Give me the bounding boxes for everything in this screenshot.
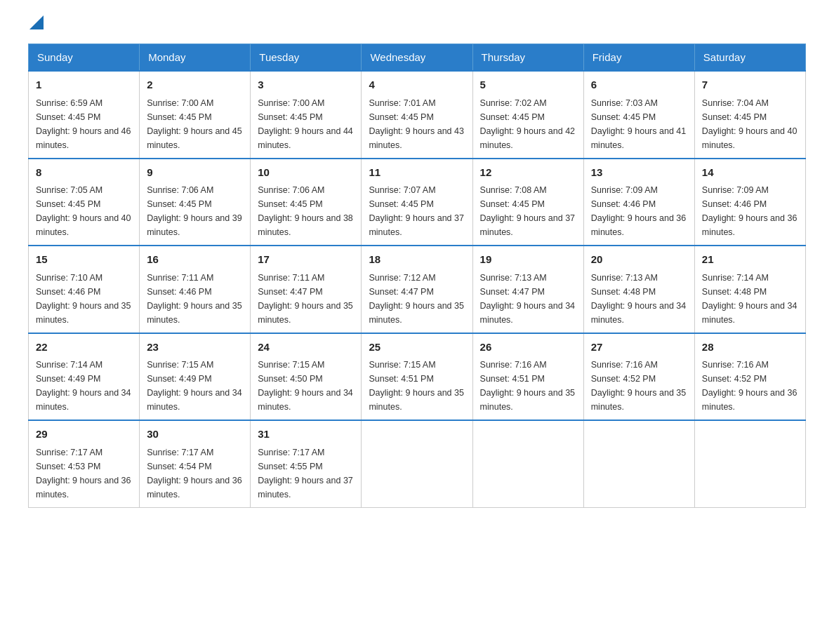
day-info: Sunrise: 7:12 AMSunset: 4:47 PMDaylight:… (369, 273, 464, 325)
calendar-cell: 22 Sunrise: 7:14 AMSunset: 4:49 PMDaylig… (29, 333, 140, 421)
header-wednesday: Wednesday (362, 44, 472, 72)
day-number: 23 (147, 340, 243, 356)
calendar-cell: 6 Sunrise: 7:03 AMSunset: 4:45 PMDayligh… (583, 71, 694, 159)
day-info: Sunrise: 7:13 AMSunset: 4:47 PMDaylight:… (480, 273, 576, 325)
day-number: 1 (36, 77, 132, 93)
day-info: Sunrise: 7:02 AMSunset: 4:45 PMDaylight:… (480, 98, 576, 150)
day-number: 29 (36, 427, 132, 443)
svg-marker-0 (29, 15, 44, 29)
calendar-cell: 20 Sunrise: 7:13 AMSunset: 4:48 PMDaylig… (583, 246, 694, 333)
day-info: Sunrise: 7:08 AMSunset: 4:45 PMDaylight:… (480, 185, 576, 237)
calendar-cell (472, 420, 583, 507)
week-row-2: 8 Sunrise: 7:05 AMSunset: 4:45 PMDayligh… (29, 159, 806, 246)
day-info: Sunrise: 7:00 AMSunset: 4:45 PMDaylight:… (258, 98, 353, 150)
day-number: 4 (369, 77, 465, 93)
day-info: Sunrise: 7:04 AMSunset: 4:45 PMDaylight:… (702, 98, 797, 150)
calendar-cell: 31 Sunrise: 7:17 AMSunset: 4:55 PMDaylig… (251, 420, 362, 507)
calendar-cell: 3 Sunrise: 7:00 AMSunset: 4:45 PMDayligh… (251, 71, 362, 159)
day-info: Sunrise: 7:09 AMSunset: 4:46 PMDaylight:… (591, 185, 687, 237)
calendar-cell: 1 Sunrise: 6:59 AMSunset: 4:45 PMDayligh… (29, 71, 140, 159)
day-number: 25 (369, 340, 465, 356)
calendar-cell: 16 Sunrise: 7:11 AMSunset: 4:46 PMDaylig… (140, 246, 251, 333)
calendar-cell: 9 Sunrise: 7:06 AMSunset: 4:45 PMDayligh… (140, 159, 251, 246)
day-info: Sunrise: 7:03 AMSunset: 4:45 PMDaylight:… (591, 98, 687, 150)
calendar-cell: 30 Sunrise: 7:17 AMSunset: 4:54 PMDaylig… (140, 420, 251, 507)
header-monday: Monday (140, 44, 251, 72)
calendar-cell: 28 Sunrise: 7:16 AMSunset: 4:52 PMDaylig… (694, 333, 805, 421)
calendar-cell: 24 Sunrise: 7:15 AMSunset: 4:50 PMDaylig… (251, 333, 362, 421)
calendar-cell: 23 Sunrise: 7:15 AMSunset: 4:49 PMDaylig… (140, 333, 251, 421)
day-info: Sunrise: 7:15 AMSunset: 4:49 PMDaylight:… (147, 360, 242, 412)
day-number: 13 (591, 165, 687, 181)
day-number: 18 (369, 252, 465, 268)
day-number: 26 (480, 340, 576, 356)
day-number: 10 (258, 165, 354, 181)
weekday-header-row: Sunday Monday Tuesday Wednesday Thursday… (29, 44, 806, 72)
calendar-cell: 27 Sunrise: 7:16 AMSunset: 4:52 PMDaylig… (583, 333, 694, 421)
day-number: 6 (591, 77, 687, 93)
day-info: Sunrise: 7:15 AMSunset: 4:51 PMDaylight:… (369, 360, 464, 412)
logo-triangle-icon (29, 15, 44, 29)
day-number: 3 (258, 77, 354, 93)
day-info: Sunrise: 7:13 AMSunset: 4:48 PMDaylight:… (591, 273, 687, 325)
day-info: Sunrise: 7:11 AMSunset: 4:47 PMDaylight:… (258, 273, 353, 325)
calendar-cell (583, 420, 694, 507)
day-info: Sunrise: 7:05 AMSunset: 4:45 PMDaylight:… (36, 185, 131, 237)
week-row-5: 29 Sunrise: 7:17 AMSunset: 4:53 PMDaylig… (29, 420, 806, 507)
calendar-cell: 13 Sunrise: 7:09 AMSunset: 4:46 PMDaylig… (583, 159, 694, 246)
day-info: Sunrise: 7:14 AMSunset: 4:49 PMDaylight:… (36, 360, 131, 412)
calendar-cell (362, 420, 472, 507)
header-friday: Friday (583, 44, 694, 72)
calendar-cell: 14 Sunrise: 7:09 AMSunset: 4:46 PMDaylig… (694, 159, 805, 246)
header-sunday: Sunday (29, 44, 140, 72)
day-number: 17 (258, 252, 354, 268)
day-number: 2 (147, 77, 243, 93)
calendar-cell: 21 Sunrise: 7:14 AMSunset: 4:48 PMDaylig… (694, 246, 805, 333)
day-number: 31 (258, 427, 354, 443)
logo (28, 21, 44, 29)
day-number: 14 (702, 165, 798, 181)
week-row-4: 22 Sunrise: 7:14 AMSunset: 4:49 PMDaylig… (29, 333, 806, 421)
day-info: Sunrise: 7:01 AMSunset: 4:45 PMDaylight:… (369, 98, 464, 150)
calendar-cell (694, 420, 805, 507)
day-info: Sunrise: 7:06 AMSunset: 4:45 PMDaylight:… (147, 185, 242, 237)
day-info: Sunrise: 7:17 AMSunset: 4:54 PMDaylight:… (147, 448, 242, 499)
calendar-cell: 4 Sunrise: 7:01 AMSunset: 4:45 PMDayligh… (362, 71, 472, 159)
day-number: 30 (147, 427, 243, 443)
calendar-cell: 12 Sunrise: 7:08 AMSunset: 4:45 PMDaylig… (472, 159, 583, 246)
page-header (28, 21, 806, 29)
day-number: 24 (258, 340, 354, 356)
day-info: Sunrise: 7:07 AMSunset: 4:45 PMDaylight:… (369, 185, 464, 237)
day-info: Sunrise: 7:16 AMSunset: 4:51 PMDaylight:… (480, 360, 576, 412)
day-number: 12 (480, 165, 576, 181)
day-number: 28 (702, 340, 798, 356)
calendar-cell: 26 Sunrise: 7:16 AMSunset: 4:51 PMDaylig… (472, 333, 583, 421)
day-number: 7 (702, 77, 798, 93)
day-info: Sunrise: 7:16 AMSunset: 4:52 PMDaylight:… (702, 360, 797, 412)
day-number: 5 (480, 77, 576, 93)
day-info: Sunrise: 7:15 AMSunset: 4:50 PMDaylight:… (258, 360, 353, 412)
day-number: 11 (369, 165, 465, 181)
day-info: Sunrise: 7:17 AMSunset: 4:55 PMDaylight:… (258, 448, 353, 499)
calendar-cell: 8 Sunrise: 7:05 AMSunset: 4:45 PMDayligh… (29, 159, 140, 246)
week-row-1: 1 Sunrise: 6:59 AMSunset: 4:45 PMDayligh… (29, 71, 806, 159)
calendar-table: Sunday Monday Tuesday Wednesday Thursday… (28, 43, 806, 508)
day-info: Sunrise: 7:06 AMSunset: 4:45 PMDaylight:… (258, 185, 353, 237)
calendar-cell: 5 Sunrise: 7:02 AMSunset: 4:45 PMDayligh… (472, 71, 583, 159)
calendar-cell: 10 Sunrise: 7:06 AMSunset: 4:45 PMDaylig… (251, 159, 362, 246)
day-info: Sunrise: 7:10 AMSunset: 4:46 PMDaylight:… (36, 273, 131, 325)
calendar-cell: 19 Sunrise: 7:13 AMSunset: 4:47 PMDaylig… (472, 246, 583, 333)
day-number: 21 (702, 252, 798, 268)
day-info: Sunrise: 7:09 AMSunset: 4:46 PMDaylight:… (702, 185, 797, 237)
calendar-cell: 25 Sunrise: 7:15 AMSunset: 4:51 PMDaylig… (362, 333, 472, 421)
header-tuesday: Tuesday (251, 44, 362, 72)
day-number: 16 (147, 252, 243, 268)
day-number: 19 (480, 252, 576, 268)
calendar-cell: 29 Sunrise: 7:17 AMSunset: 4:53 PMDaylig… (29, 420, 140, 507)
day-info: Sunrise: 7:16 AMSunset: 4:52 PMDaylight:… (591, 360, 687, 412)
day-number: 20 (591, 252, 687, 268)
calendar-cell: 2 Sunrise: 7:00 AMSunset: 4:45 PMDayligh… (140, 71, 251, 159)
day-number: 15 (36, 252, 132, 268)
day-number: 27 (591, 340, 687, 356)
week-row-3: 15 Sunrise: 7:10 AMSunset: 4:46 PMDaylig… (29, 246, 806, 333)
